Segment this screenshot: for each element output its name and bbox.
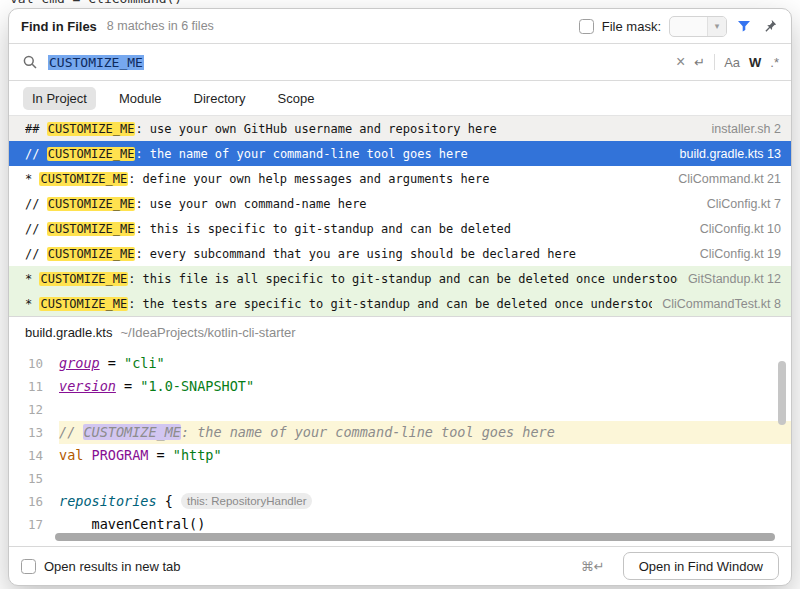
icon-divider (714, 54, 715, 70)
match-highlight: CUSTOMIZE_ME (47, 222, 136, 236)
preview-file-name: build.gradle.kts (25, 325, 112, 340)
filter-icon[interactable] (735, 17, 753, 35)
result-text: * CUSTOMIZE_ME: the tests are specific t… (25, 297, 652, 311)
clear-search-icon[interactable]: × (676, 54, 685, 70)
vertical-scrollbar[interactable] (778, 361, 786, 425)
result-rest: : the name of your command-line tool goe… (135, 147, 467, 161)
open-in-find-window-button[interactable]: Open in Find Window (623, 552, 779, 580)
code-token: "http" (173, 447, 222, 463)
match-highlight: CUSTOMIZE_ME (47, 197, 136, 211)
result-prefix: // (25, 222, 47, 236)
preview-editor[interactable]: 10group = "cli"11version = "1.0-SNAPSHOT… (9, 347, 791, 546)
code-line: 14val PROGRAM = "http" (9, 444, 791, 467)
match-highlight: CUSTOMIZE_ME (47, 147, 136, 161)
result-file-reference: installer.sh 2 (712, 122, 781, 136)
dialog-title: Find in Files (21, 19, 97, 34)
code-token: // (59, 424, 83, 440)
result-rest: : define your own help messages and argu… (128, 172, 489, 186)
pin-icon[interactable] (761, 17, 779, 35)
line-number: 13 (9, 421, 59, 444)
insert-newline-icon[interactable]: ↵ (694, 56, 705, 69)
search-input-selected-text: CUSTOMIZE_ME (48, 55, 144, 70)
line-number: 14 (9, 444, 59, 467)
code-line: 11version = "1.0-SNAPSHOT" (9, 375, 791, 398)
code-token: = (116, 378, 140, 394)
regex-toggle[interactable]: .* (770, 56, 779, 69)
result-rest: : this file is all specific to git-stand… (128, 272, 678, 286)
scope-tab-module[interactable]: Module (110, 87, 171, 110)
line-number: 17 (9, 513, 59, 536)
match-highlight: CUSTOMIZE_ME (47, 247, 136, 261)
result-file-reference: build.gradle.kts 13 (680, 147, 781, 161)
search-input[interactable]: CUSTOMIZE_ME (48, 55, 667, 70)
preview-header: build.gradle.kts ~/IdeaProjects/kotlin-c… (9, 316, 791, 347)
result-rest: : use your own GitHub username and repos… (135, 122, 496, 136)
match-highlight: CUSTOMIZE_ME (39, 172, 128, 186)
whole-words-toggle[interactable]: W (749, 56, 761, 69)
scope-tab-scope[interactable]: Scope (269, 87, 324, 110)
result-row[interactable]: ## CUSTOMIZE_ME: use your own GitHub use… (9, 116, 791, 141)
result-rest: : the tests are specific to git-standup … (128, 297, 652, 311)
result-text: * CUSTOMIZE_ME: define your own help mes… (25, 172, 668, 186)
preview-file-path: ~/IdeaProjects/kotlin-cli-starter (120, 325, 295, 340)
result-text: // CUSTOMIZE_ME: every subcommand that y… (25, 247, 690, 261)
code-line: 16repositories { this: RepositoryHandler (9, 490, 791, 513)
result-text: // CUSTOMIZE_ME: this is specific to git… (25, 222, 690, 236)
line-number: 16 (9, 490, 59, 513)
line-number: 11 (9, 375, 59, 398)
code-token: = (148, 447, 172, 463)
code-token: group (59, 355, 100, 371)
match-case-toggle[interactable]: Aa (724, 56, 740, 69)
result-text: // CUSTOMIZE_ME: the name of your comman… (25, 147, 670, 161)
scope-tab-directory[interactable]: Directory (185, 87, 255, 110)
inlay-hint: this: RepositoryHandler (181, 493, 313, 509)
line-number: 12 (9, 398, 59, 421)
code-token: "cli" (124, 355, 165, 371)
scope-tab-in-project[interactable]: In Project (23, 87, 96, 110)
code-token: val (59, 447, 92, 463)
result-prefix: ## (25, 122, 47, 136)
result-row[interactable]: * CUSTOMIZE_ME: define your own help mes… (9, 166, 791, 191)
result-rest: : every subcommand that you are using sh… (135, 247, 576, 261)
file-mask-checkbox[interactable] (579, 19, 594, 34)
code-token: "1.0-SNAPSHOT" (140, 378, 254, 394)
code-line-body: group = "cli" (59, 352, 791, 375)
file-mask-label: File mask: (602, 19, 661, 34)
code-token: { (157, 493, 181, 509)
dialog-header: Find in Files 8 matches in 6 files File … (9, 9, 791, 43)
result-row[interactable]: * CUSTOMIZE_ME: the tests are specific t… (9, 291, 791, 316)
result-row[interactable]: * CUSTOMIZE_ME: this file is all specifi… (9, 266, 791, 291)
result-rest: : use your own command-name here (135, 197, 366, 211)
result-file-reference: GitStandup.kt 12 (688, 272, 781, 286)
code-token: mavenCentral() (59, 516, 205, 532)
result-text: // CUSTOMIZE_ME: use your own command-na… (25, 197, 697, 211)
result-row[interactable]: // CUSTOMIZE_ME: this is specific to git… (9, 216, 791, 241)
code-line-body (59, 467, 791, 490)
code-line-body (59, 398, 791, 421)
result-file-reference: CliCommand.kt 21 (678, 172, 781, 186)
result-text: * CUSTOMIZE_ME: this file is all specifi… (25, 272, 678, 286)
result-row[interactable]: // CUSTOMIZE_ME: use your own command-na… (9, 191, 791, 216)
result-row[interactable]: // CUSTOMIZE_ME: the name of your comman… (9, 141, 791, 166)
search-icon[interactable] (21, 53, 39, 71)
match-highlight: CUSTOMIZE_ME (47, 122, 136, 136)
file-mask-combo[interactable]: ▾ (669, 16, 727, 37)
result-row[interactable]: // CUSTOMIZE_ME: every subcommand that y… (9, 241, 791, 266)
line-number: 10 (9, 352, 59, 375)
result-prefix: // (25, 147, 47, 161)
code-token: : the name of your command-line tool goe… (181, 424, 555, 440)
dialog-footer: Open results in new tab ⌘↵ Open in Find … (9, 546, 791, 585)
search-row: CUSTOMIZE_ME × ↵ Aa W .* (9, 43, 791, 81)
result-rest: : this is specific to git-standup and ca… (135, 222, 511, 236)
results-summary: 8 matches in 6 files (107, 19, 214, 33)
shortcut-hint: ⌘↵ (581, 559, 605, 574)
code-line: 10group = "cli" (9, 352, 791, 375)
code-token: version (59, 378, 116, 394)
open-results-new-tab-label: Open results in new tab (44, 559, 181, 574)
code-token: repositories (59, 493, 157, 509)
open-results-new-tab-checkbox[interactable] (21, 559, 36, 574)
code-line-body: repositories { this: RepositoryHandler (59, 490, 791, 513)
result-file-reference: CliConfig.kt 10 (700, 222, 781, 236)
horizontal-scrollbar[interactable] (55, 533, 775, 541)
chevron-down-icon: ▾ (707, 17, 726, 36)
